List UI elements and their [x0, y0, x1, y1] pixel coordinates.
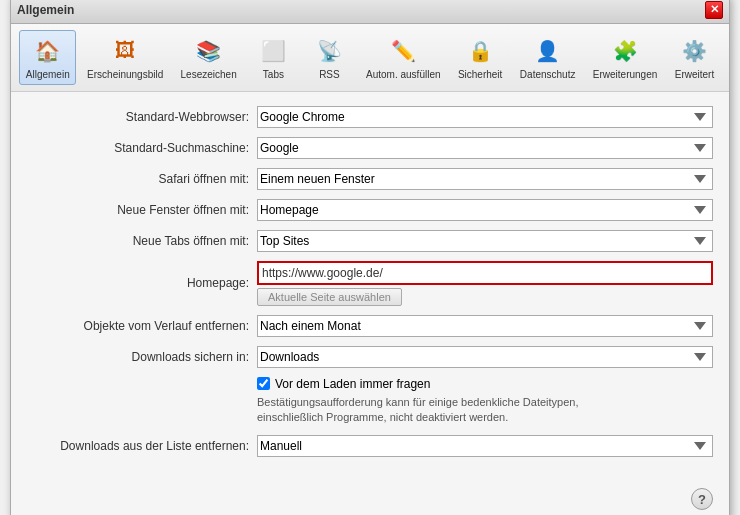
verlauf-label: Objekte vom Verlauf entfernen:: [27, 319, 257, 333]
footer: ?: [11, 480, 729, 515]
homepage-input-box: [257, 261, 713, 285]
neue-tabs-select[interactable]: Top Sites Startseite Leere Seite: [257, 230, 713, 252]
tab-autom[interactable]: ✏️ Autom. ausfüllen: [359, 30, 447, 85]
erweitert-icon: ⚙️: [678, 35, 710, 67]
neue-tabs-row: Neue Tabs öffnen mit: Top Sites Startsei…: [27, 230, 713, 252]
tab-erweiterungen-label: Erweiterungen: [593, 69, 657, 80]
tab-erscheinungsbild[interactable]: 🖼 Erscheinungsbild: [80, 30, 169, 85]
neue-fenster-select[interactable]: Homepage Leere Seite: [257, 199, 713, 221]
lesezeichen-icon: 📚: [193, 35, 225, 67]
tab-autom-label: Autom. ausfüllen: [366, 69, 441, 80]
help-button[interactable]: ?: [691, 488, 713, 510]
tab-datenschutz-label: Datenschutz: [520, 69, 576, 80]
webbrowser-row: Standard-Webbrowser: Google Chrome Safar…: [27, 106, 713, 128]
toolbar: 🏠 Allgemein 🖼 Erscheinungsbild 📚 Lesezei…: [11, 24, 729, 92]
tab-lesezeichen[interactable]: 📚 Lesezeichen: [174, 30, 244, 85]
tab-tabs[interactable]: ⬜ Tabs: [247, 30, 299, 85]
window-title: Allgemein: [17, 3, 74, 17]
tab-tabs-label: Tabs: [263, 69, 284, 80]
close-button[interactable]: ✕: [705, 1, 723, 19]
verlauf-select[interactable]: Nach einem Monat Nach einem Tag Nach ein…: [257, 315, 713, 337]
neue-tabs-control: Top Sites Startseite Leere Seite: [257, 230, 713, 252]
suchmaschine-label: Standard-Suchmaschine:: [27, 141, 257, 155]
downloads-liste-control: Manuell Nach einem Tag Nach einer Woche …: [257, 435, 713, 457]
webbrowser-label: Standard-Webbrowser:: [27, 110, 257, 124]
downloads-liste-select[interactable]: Manuell Nach einem Tag Nach einer Woche …: [257, 435, 713, 457]
checkbox-row: Vor dem Laden immer fragen: [257, 377, 713, 391]
aktuelle-seite-button[interactable]: Aktuelle Seite auswählen: [257, 288, 402, 306]
tab-erweitert-label: Erweitert: [675, 69, 714, 80]
neue-fenster-row: Neue Fenster öffnen mit: Homepage Leere …: [27, 199, 713, 221]
homepage-input[interactable]: [262, 266, 708, 280]
verlauf-row: Objekte vom Verlauf entfernen: Nach eine…: [27, 315, 713, 337]
tab-allgemein-label: Allgemein: [26, 69, 70, 80]
info-text: Bestätigungsaufforderung kann für einige…: [257, 395, 617, 426]
neue-tabs-label: Neue Tabs öffnen mit:: [27, 234, 257, 248]
tab-rss-label: RSS: [319, 69, 340, 80]
downloads-label: Downloads sichern in:: [27, 350, 257, 364]
homepage-label: Homepage:: [27, 276, 257, 290]
verlauf-control: Nach einem Monat Nach einem Tag Nach ein…: [257, 315, 713, 337]
immer-fragen-label: Vor dem Laden immer fragen: [275, 377, 430, 391]
erweiterungen-icon: 🧩: [609, 35, 641, 67]
downloads-select[interactable]: Downloads Eigene Dokumente Desktop: [257, 346, 713, 368]
tab-sicherheit-label: Sicherheit: [458, 69, 502, 80]
suchmaschine-row: Standard-Suchmaschine: Google Bing Yahoo: [27, 137, 713, 159]
homepage-control: Aktuelle Seite auswählen: [257, 261, 713, 306]
tab-datenschutz[interactable]: 👤 Datenschutz: [513, 30, 582, 85]
suchmaschine-control: Google Bing Yahoo: [257, 137, 713, 159]
safari-row: Safari öffnen mit: Einem neuen Fenster E…: [27, 168, 713, 190]
webbrowser-select[interactable]: Google Chrome Safari Firefox: [257, 106, 713, 128]
tab-erweitert[interactable]: ⚙️ Erweitert: [668, 30, 721, 85]
allgemein-icon: 🏠: [32, 35, 64, 67]
tab-allgemein[interactable]: 🏠 Allgemein: [19, 30, 76, 85]
autom-icon: ✏️: [387, 35, 419, 67]
erscheinungsbild-icon: 🖼: [109, 35, 141, 67]
safari-label: Safari öffnen mit:: [27, 172, 257, 186]
neue-fenster-control: Homepage Leere Seite: [257, 199, 713, 221]
titlebar: Allgemein ✕: [11, 0, 729, 24]
rss-icon: 📡: [313, 35, 345, 67]
safari-control: Einem neuen Fenster Einem neuen Tab: [257, 168, 713, 190]
webbrowser-control: Google Chrome Safari Firefox: [257, 106, 713, 128]
sicherheit-icon: 🔒: [464, 35, 496, 67]
downloads-liste-label: Downloads aus der Liste entfernen:: [27, 439, 257, 453]
tabs-icon: ⬜: [257, 35, 289, 67]
homepage-row: Homepage: Aktuelle Seite auswählen: [27, 261, 713, 306]
downloads-control: Downloads Eigene Dokumente Desktop: [257, 346, 713, 368]
downloads-liste-row: Downloads aus der Liste entfernen: Manue…: [27, 435, 713, 457]
downloads-row: Downloads sichern in: Downloads Eigene D…: [27, 346, 713, 368]
tab-sicherheit[interactable]: 🔒 Sicherheit: [451, 30, 509, 85]
safari-select[interactable]: Einem neuen Fenster Einem neuen Tab: [257, 168, 713, 190]
immer-fragen-checkbox[interactable]: [257, 377, 270, 390]
tab-rss[interactable]: 📡 RSS: [303, 30, 355, 85]
tab-erweiterungen[interactable]: 🧩 Erweiterungen: [586, 30, 664, 85]
preferences-window: Allgemein ✕ 🏠 Allgemein 🖼 Erscheinungsbi…: [10, 0, 730, 515]
tab-lesezeichen-label: Lesezeichen: [181, 69, 237, 80]
neue-fenster-label: Neue Fenster öffnen mit:: [27, 203, 257, 217]
datenschutz-icon: 👤: [532, 35, 564, 67]
tab-erscheinungsbild-label: Erscheinungsbild: [87, 69, 163, 80]
content-area: Standard-Webbrowser: Google Chrome Safar…: [11, 92, 729, 481]
suchmaschine-select[interactable]: Google Bing Yahoo: [257, 137, 713, 159]
